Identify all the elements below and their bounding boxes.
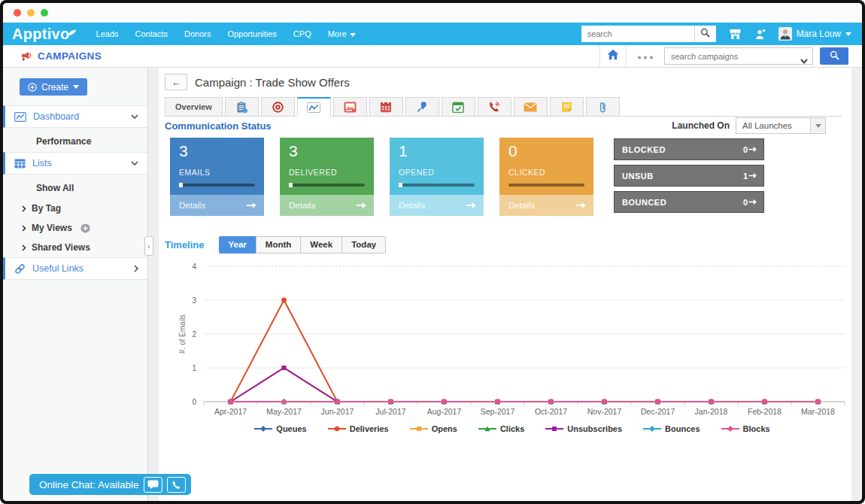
minimize-window-button[interactable] xyxy=(27,9,35,17)
legend-item-deliveries[interactable]: Deliveries xyxy=(328,424,389,433)
tab-pushpin[interactable] xyxy=(405,97,439,117)
status-card-delivered[interactable]: 3DELIVEREDDetails xyxy=(280,138,374,216)
tab-envelope[interactable] xyxy=(514,97,548,117)
timeline-tab-today[interactable]: Today xyxy=(341,236,386,254)
tab-sticky-note[interactable] xyxy=(550,97,584,117)
user-status-icon[interactable] xyxy=(754,29,766,40)
legend-item-clicks[interactable]: Clicks xyxy=(478,424,524,433)
chevron-down-icon xyxy=(131,161,138,165)
create-button[interactable]: Create xyxy=(20,78,87,96)
sticky-note-icon xyxy=(561,102,572,113)
status-card-opened[interactable]: 1OPENEDDetails xyxy=(390,138,484,216)
tab-overview[interactable]: Overview xyxy=(165,97,223,117)
tab-paperclip[interactable] xyxy=(586,97,620,117)
nav-item-opportunities[interactable]: Opportunities xyxy=(219,23,284,45)
legend-item-queues[interactable]: Queues xyxy=(254,424,306,433)
app-header: Apptivo LeadsContactsDonorsOpportunities… xyxy=(3,23,862,45)
timeline-tab-week[interactable]: Week xyxy=(300,236,342,254)
apptivo-logo[interactable]: Apptivo xyxy=(12,26,76,43)
app-window: Apptivo LeadsContactsDonorsOpportunities… xyxy=(3,3,862,501)
nav-item-leads[interactable]: Leads xyxy=(88,23,127,45)
pushpin-icon xyxy=(417,101,428,113)
card-details-button[interactable]: Details xyxy=(280,195,374,216)
tab-target[interactable] xyxy=(261,97,295,117)
stat-card-unsub[interactable]: UNSUB1 xyxy=(614,165,764,187)
stat-value: 0 xyxy=(743,198,748,207)
sidebar-item-label: Useful Links xyxy=(32,263,83,274)
card-value: 0 xyxy=(508,142,584,160)
global-search-button[interactable] xyxy=(694,26,716,42)
module-search-button[interactable] xyxy=(820,47,848,65)
svg-text:Apr-2017: Apr-2017 xyxy=(214,407,247,416)
sidebar-item-lists[interactable]: Lists xyxy=(3,152,147,175)
nav-item-donors[interactable]: Donors xyxy=(176,23,219,45)
sidebar-item-by-tag[interactable]: By Tag xyxy=(3,199,147,218)
tab-clipboard[interactable] xyxy=(225,97,259,117)
sidebar-item-my-views[interactable]: My Views xyxy=(3,218,147,238)
clipboard-icon xyxy=(235,101,248,114)
legend-marker xyxy=(478,425,496,433)
module-search-input[interactable] xyxy=(664,47,813,65)
stat-card-bounced[interactable]: BOUNCED0 xyxy=(614,191,764,213)
add-view-icon[interactable] xyxy=(80,223,90,233)
tab-phone[interactable] xyxy=(478,97,511,117)
back-button[interactable]: ← xyxy=(165,74,187,90)
stat-card-blocked[interactable]: BLOCKED0 xyxy=(614,138,764,160)
close-window-button[interactable] xyxy=(14,9,21,17)
chevron-down-icon[interactable] xyxy=(800,53,808,67)
launched-on-select[interactable]: All Launches xyxy=(736,117,826,134)
sidebar-item-show-all[interactable]: Show All xyxy=(3,178,147,199)
user-name: Mara Louw xyxy=(797,29,841,39)
sidebar-item-label: Performance xyxy=(36,136,91,147)
target-icon xyxy=(272,101,284,114)
svg-text:Dec-2017: Dec-2017 xyxy=(641,407,675,416)
user-menu[interactable]: Mara Louw xyxy=(778,27,851,41)
timeline-tab-year[interactable]: Year xyxy=(219,236,256,254)
global-search-input[interactable] xyxy=(581,26,694,42)
timeline-chart-svg: 01234Apr-2017May-2017Jun-2017Jul-2017Aug… xyxy=(177,257,848,420)
store-icon[interactable] xyxy=(729,29,742,40)
maximize-window-button[interactable] xyxy=(41,9,48,17)
sidebar-item-label: Shared Views xyxy=(32,242,90,253)
header-right-tools: Mara Louw xyxy=(581,26,851,42)
phone-icon[interactable] xyxy=(167,477,186,493)
side-stat-cards: BLOCKED0UNSUB1BOUNCED0 xyxy=(614,138,764,217)
legend-item-bounces[interactable]: Bounces xyxy=(643,424,700,433)
tab-calendar-check[interactable] xyxy=(442,97,475,117)
sidebar-item-shared-views[interactable]: Shared Views xyxy=(3,238,147,257)
card-details-button[interactable]: Details xyxy=(390,195,484,216)
legend-item-opens[interactable]: Opens xyxy=(410,424,457,433)
legend-marker xyxy=(410,425,428,433)
tab-calendar[interactable] xyxy=(369,97,403,117)
legend-item-unsubscribes[interactable]: Unsubscribes xyxy=(545,424,622,433)
legend-item-blocks[interactable]: Blocks xyxy=(721,424,770,433)
sidebar-item-useful-links[interactable]: Useful Links xyxy=(3,257,147,280)
online-chat-button[interactable]: Online Chat: Available xyxy=(29,474,191,495)
sidebar-collapse-handle[interactable]: ‹ xyxy=(144,236,153,256)
nav-item-more[interactable]: More xyxy=(320,23,364,45)
card-value: 3 xyxy=(179,142,255,160)
ellipsis-icon[interactable] xyxy=(637,51,654,62)
home-button[interactable] xyxy=(599,45,627,68)
legend-label: Bounces xyxy=(665,424,700,433)
card-details-button[interactable]: Details xyxy=(499,195,593,216)
main-panel: ← Campaign : Trade Show Offers Overview … xyxy=(159,68,851,501)
nav-item-contacts[interactable]: Contacts xyxy=(127,23,176,45)
tab-gallery[interactable] xyxy=(333,97,367,117)
legend-label: Opens xyxy=(432,424,457,433)
card-label: OPENED xyxy=(399,168,475,177)
sidebar-item-label: Lists xyxy=(32,158,52,169)
timeline-tab-month[interactable]: Month xyxy=(256,236,301,254)
sidebar-item-dashboard[interactable]: Dashboard xyxy=(3,105,147,128)
svg-text:May-2017: May-2017 xyxy=(266,407,302,416)
tab-line-chart[interactable] xyxy=(297,97,331,117)
chat-bubble-icon[interactable] xyxy=(144,477,162,493)
svg-text:Sep-2017: Sep-2017 xyxy=(481,407,515,416)
sidebar-item-performance[interactable]: Performance xyxy=(3,131,147,152)
nav-item-cpq[interactable]: CPQ xyxy=(285,23,320,45)
legend-label: Clicks xyxy=(500,424,524,433)
status-card-clicked[interactable]: 0CLICKEDDetails xyxy=(499,138,593,216)
svg-text:Oct-2017: Oct-2017 xyxy=(535,407,567,416)
card-details-button[interactable]: Details xyxy=(170,195,264,216)
status-card-emails[interactable]: 3EMAILSDetails xyxy=(170,138,264,216)
